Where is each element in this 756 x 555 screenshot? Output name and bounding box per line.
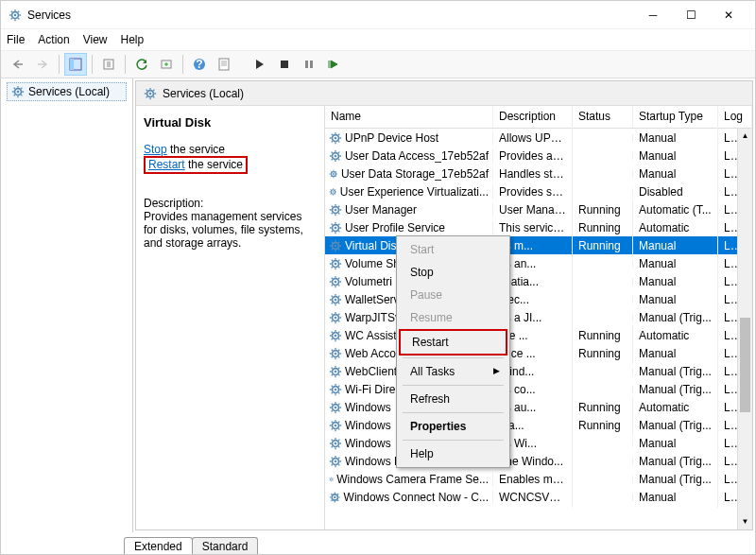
service-row[interactable]: WC Assistare ...RunningAutomaticLoca	[325, 326, 752, 344]
service-row[interactable]: User Profile ServiceThis service ...Runn…	[325, 218, 752, 236]
service-row[interactable]: WalletServbjec...ManualLoca	[325, 290, 752, 308]
help-icon[interactable]: ?	[188, 53, 211, 76]
service-row[interactable]: UPnP Device HostAllows UPn...ManualLoca	[325, 129, 752, 147]
gear-icon	[329, 239, 342, 252]
service-row[interactable]: WarpJITSves a JI...Manual (Trig...Loca	[325, 308, 752, 326]
gear-icon	[329, 203, 342, 217]
service-row[interactable]: User ManagerUser Manag...RunningAutomati…	[325, 200, 752, 218]
gear-icon	[329, 257, 342, 270]
gear-icon	[329, 293, 342, 306]
app-icon	[9, 9, 22, 22]
service-row[interactable]: Virtual Dises m...RunningManualLoca	[325, 236, 752, 254]
scrollbar-vertical[interactable]: ▲ ▼	[737, 129, 752, 529]
tree-node-services-local[interactable]: Services (Local)	[7, 82, 127, 101]
ctx-restart[interactable]: Restart	[399, 329, 507, 356]
service-row[interactable]: Windows Biometric ServiceThe Windo...Man…	[325, 452, 752, 470]
ctx-help[interactable]: Help	[399, 442, 507, 465]
col-description[interactable]: Description	[493, 106, 573, 128]
gear-icon	[329, 365, 342, 378]
ctx-stop[interactable]: Stop	[399, 261, 507, 284]
menu-file[interactable]: File	[7, 33, 25, 46]
properties-button[interactable]	[213, 53, 235, 76]
gear-icon	[329, 185, 337, 199]
menu-action[interactable]: Action	[38, 33, 69, 46]
svg-rect-11	[310, 61, 313, 68]
detail-header: Services (Local)	[136, 81, 752, 106]
service-row[interactable]: Windows ma...RunningManual (Trig...Loca	[325, 416, 752, 434]
close-button[interactable]: ✕	[710, 1, 747, 29]
selected-service-name: Virtual Disk	[144, 115, 317, 130]
scroll-down-button[interactable]: ▼	[738, 514, 752, 529]
start-service-button[interactable]	[249, 53, 271, 76]
service-row[interactable]: User Data Storage_17eb52afHandles sto...…	[325, 165, 752, 182]
context-menu: Start Stop Pause Resume Restart All Task…	[396, 235, 510, 468]
tree-pane: Services (Local)	[1, 78, 133, 532]
svg-rect-9	[281, 61, 288, 68]
svg-text:?: ?	[196, 58, 202, 71]
svg-rect-10	[305, 61, 308, 68]
ctx-pause: Pause	[399, 284, 507, 306]
gear-icon	[329, 473, 334, 486]
gear-icon	[329, 437, 342, 450]
menu-view[interactable]: View	[83, 33, 108, 46]
service-row[interactable]: WebClientWind...Manual (Trig...Loca	[325, 362, 752, 380]
tab-extended[interactable]: Extended	[124, 537, 193, 555]
gear-icon	[329, 167, 338, 181]
maximize-button[interactable]: ☐	[672, 1, 710, 29]
service-row[interactable]: Windows Camera Frame Se...Enables mul...…	[325, 470, 752, 488]
stop-service-link[interactable]: Stop	[144, 143, 167, 156]
gear-icon	[329, 149, 342, 163]
service-list: Name Description Status Startup Type Log…	[325, 106, 752, 529]
gear-icon	[329, 329, 342, 342]
service-row[interactable]: Web Accorvice ...RunningManualLoca	[325, 344, 752, 362]
service-row[interactable]: User Experience Virtualizati...Provides …	[325, 182, 752, 200]
col-startup[interactable]: Startup Type	[633, 106, 718, 128]
gear-icon	[329, 131, 342, 145]
ctx-resume: Resume	[399, 306, 507, 329]
nav-forward-button[interactable]	[31, 53, 54, 76]
gear-icon	[329, 275, 342, 288]
gear-icon	[329, 455, 342, 468]
col-status[interactable]: Status	[573, 106, 633, 128]
menubar: File Action View Help	[1, 29, 755, 50]
description-text: Provides management services for disks, …	[144, 210, 317, 250]
column-headers: Name Description Status Startup Type Log	[325, 106, 752, 129]
minimize-button[interactable]: ─	[634, 1, 672, 29]
tabs: Extended Standard	[1, 532, 755, 555]
gear-icon	[329, 419, 342, 432]
ctx-start: Start	[399, 238, 507, 261]
svg-rect-3	[70, 59, 74, 70]
tab-standard[interactable]: Standard	[192, 537, 259, 555]
restart-service-button[interactable]	[322, 53, 345, 76]
gear-icon	[329, 401, 342, 414]
ctx-properties[interactable]: Properties	[399, 415, 507, 438]
chevron-right-icon: ▶	[493, 366, 500, 375]
export-button[interactable]	[155, 53, 178, 76]
service-row[interactable]: Volumetrispatia...ManualLoca	[325, 272, 752, 290]
description-label: Description:	[144, 197, 317, 210]
col-name[interactable]: Name	[325, 106, 493, 128]
service-row[interactable]: Windows Connect Now - C...WCNCSVC ...Man…	[325, 488, 752, 506]
service-row[interactable]: Windows es Wi...ManualLoca	[325, 434, 752, 452]
service-row[interactable]: Windows es au...RunningAutomaticLoca	[325, 398, 752, 416]
ctx-all-tasks[interactable]: All Tasks▶	[399, 360, 507, 383]
tree-node-label: Services (Local)	[28, 85, 110, 98]
svg-rect-8	[219, 59, 229, 70]
menu-help[interactable]: Help	[121, 33, 145, 46]
export-list-button[interactable]	[97, 53, 120, 76]
stop-service-button[interactable]	[273, 53, 296, 76]
gear-icon	[329, 311, 342, 324]
service-row[interactable]: Volume Shes an...ManualLoca	[325, 254, 752, 272]
scroll-up-button[interactable]: ▲	[738, 129, 752, 144]
restart-service-link[interactable]: Restart	[148, 158, 185, 171]
pause-service-button[interactable]	[298, 53, 320, 76]
service-row[interactable]: Wi-Fi Direes co...Manual (Trig...Loca	[325, 380, 752, 398]
col-logon[interactable]: Log	[718, 106, 752, 128]
nav-back-button[interactable]	[7, 53, 29, 76]
scroll-thumb[interactable]	[740, 318, 750, 412]
ctx-refresh[interactable]: Refresh	[399, 388, 507, 410]
window-title: Services	[27, 9, 634, 22]
refresh-button[interactable]	[130, 53, 153, 76]
show-hide-tree-button[interactable]	[64, 53, 87, 76]
service-row[interactable]: User Data Access_17eb52afProvides ap...M…	[325, 147, 752, 165]
